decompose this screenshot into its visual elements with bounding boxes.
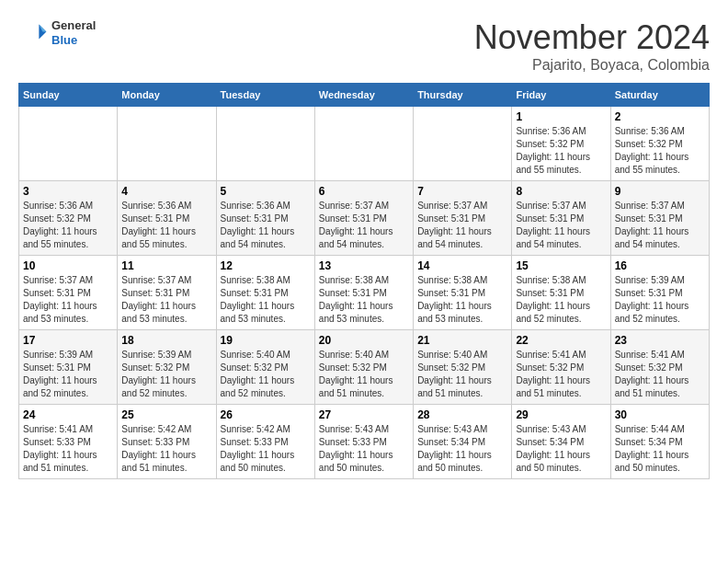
day-info: Sunrise: 5:36 AM Sunset: 5:31 PM Dayligh… [121, 200, 211, 251]
calendar-cell: 23Sunrise: 5:41 AM Sunset: 5:32 PM Dayli… [610, 330, 709, 405]
day-info: Sunrise: 5:37 AM Sunset: 5:31 PM Dayligh… [319, 200, 409, 251]
calendar-cell: 15Sunrise: 5:38 AM Sunset: 5:31 PM Dayli… [512, 256, 610, 330]
day-number: 26 [221, 408, 311, 421]
day-number: 22 [516, 334, 606, 347]
calendar-cell: 3Sunrise: 5:36 AM Sunset: 5:32 PM Daylig… [19, 181, 118, 256]
day-number: 16 [615, 259, 705, 272]
day-number: 17 [23, 334, 113, 347]
day-number: 15 [516, 259, 606, 272]
weekday-header: Monday [118, 84, 216, 107]
calendar-cell: 17Sunrise: 5:39 AM Sunset: 5:31 PM Dayli… [19, 330, 118, 405]
day-info: Sunrise: 5:40 AM Sunset: 5:32 PM Dayligh… [221, 349, 311, 400]
calendar-cell: 1Sunrise: 5:36 AM Sunset: 5:32 PM Daylig… [512, 107, 610, 181]
day-number: 14 [417, 259, 507, 272]
calendar-cell: 26Sunrise: 5:42 AM Sunset: 5:33 PM Dayli… [216, 405, 314, 479]
calendar-cell: 19Sunrise: 5:40 AM Sunset: 5:32 PM Dayli… [216, 330, 314, 405]
day-info: Sunrise: 5:39 AM Sunset: 5:31 PM Dayligh… [615, 274, 705, 326]
calendar-cell: 14Sunrise: 5:38 AM Sunset: 5:31 PM Dayli… [414, 256, 512, 330]
month-title: November 2024 [474, 18, 710, 57]
calendar-week-row: 1Sunrise: 5:36 AM Sunset: 5:32 PM Daylig… [19, 107, 710, 181]
calendar-cell: 28Sunrise: 5:43 AM Sunset: 5:34 PM Dayli… [414, 405, 512, 479]
location: Pajarito, Boyaca, Colombia [474, 57, 710, 74]
calendar-cell: 12Sunrise: 5:38 AM Sunset: 5:31 PM Dayli… [216, 256, 314, 330]
calendar-cell: 24Sunrise: 5:41 AM Sunset: 5:33 PM Dayli… [19, 405, 118, 479]
logo-text: General Blue [51, 18, 96, 47]
logo-icon [18, 18, 48, 48]
day-info: Sunrise: 5:40 AM Sunset: 5:32 PM Dayligh… [417, 349, 507, 400]
day-number: 7 [417, 185, 507, 198]
day-number: 28 [417, 408, 507, 421]
day-info: Sunrise: 5:41 AM Sunset: 5:32 PM Dayligh… [516, 349, 606, 400]
day-number: 5 [221, 185, 311, 198]
calendar-cell: 16Sunrise: 5:39 AM Sunset: 5:31 PM Dayli… [610, 256, 709, 330]
calendar-cell [314, 107, 413, 181]
calendar-header-row: SundayMondayTuesdayWednesdayThursdayFrid… [19, 84, 710, 107]
day-info: Sunrise: 5:44 AM Sunset: 5:34 PM Dayligh… [615, 423, 705, 475]
day-info: Sunrise: 5:41 AM Sunset: 5:33 PM Dayligh… [23, 423, 113, 475]
day-number: 1 [516, 110, 606, 123]
day-info: Sunrise: 5:43 AM Sunset: 5:33 PM Dayligh… [319, 423, 409, 475]
day-info: Sunrise: 5:38 AM Sunset: 5:31 PM Dayligh… [417, 274, 507, 326]
calendar-cell [414, 107, 512, 181]
logo: General Blue [18, 18, 96, 48]
calendar-week-row: 10Sunrise: 5:37 AM Sunset: 5:31 PM Dayli… [19, 256, 710, 330]
day-number: 11 [121, 259, 211, 272]
day-number: 18 [121, 334, 211, 347]
calendar-cell: 6Sunrise: 5:37 AM Sunset: 5:31 PM Daylig… [314, 181, 413, 256]
day-number: 3 [23, 185, 113, 198]
calendar-cell: 10Sunrise: 5:37 AM Sunset: 5:31 PM Dayli… [19, 256, 118, 330]
day-number: 4 [121, 185, 211, 198]
day-info: Sunrise: 5:42 AM Sunset: 5:33 PM Dayligh… [121, 423, 211, 475]
weekday-header: Tuesday [216, 84, 314, 107]
weekday-header: Sunday [19, 84, 118, 107]
calendar-cell: 13Sunrise: 5:38 AM Sunset: 5:31 PM Dayli… [314, 256, 413, 330]
day-number: 30 [615, 408, 705, 421]
calendar-cell [19, 107, 118, 181]
day-number: 9 [615, 185, 705, 198]
day-info: Sunrise: 5:36 AM Sunset: 5:32 PM Dayligh… [23, 200, 113, 251]
calendar-cell: 9Sunrise: 5:37 AM Sunset: 5:31 PM Daylig… [610, 181, 709, 256]
weekday-header: Saturday [610, 84, 709, 107]
day-number: 27 [319, 408, 409, 421]
day-number: 6 [319, 185, 409, 198]
calendar-cell: 22Sunrise: 5:41 AM Sunset: 5:32 PM Dayli… [512, 330, 610, 405]
day-info: Sunrise: 5:40 AM Sunset: 5:32 PM Dayligh… [319, 349, 409, 400]
calendar-week-row: 24Sunrise: 5:41 AM Sunset: 5:33 PM Dayli… [19, 405, 710, 479]
calendar-week-row: 17Sunrise: 5:39 AM Sunset: 5:31 PM Dayli… [19, 330, 710, 405]
day-info: Sunrise: 5:37 AM Sunset: 5:31 PM Dayligh… [23, 274, 113, 326]
day-info: Sunrise: 5:39 AM Sunset: 5:31 PM Dayligh… [23, 349, 113, 400]
day-number: 29 [516, 408, 606, 421]
calendar-week-row: 3Sunrise: 5:36 AM Sunset: 5:32 PM Daylig… [19, 181, 710, 256]
day-info: Sunrise: 5:37 AM Sunset: 5:31 PM Dayligh… [516, 200, 606, 251]
day-info: Sunrise: 5:37 AM Sunset: 5:31 PM Dayligh… [417, 200, 507, 251]
calendar-cell: 25Sunrise: 5:42 AM Sunset: 5:33 PM Dayli… [118, 405, 216, 479]
day-info: Sunrise: 5:36 AM Sunset: 5:31 PM Dayligh… [221, 200, 311, 251]
calendar-cell: 20Sunrise: 5:40 AM Sunset: 5:32 PM Dayli… [314, 330, 413, 405]
day-number: 8 [516, 185, 606, 198]
day-number: 23 [615, 334, 705, 347]
calendar-cell: 4Sunrise: 5:36 AM Sunset: 5:31 PM Daylig… [118, 181, 216, 256]
calendar-cell: 5Sunrise: 5:36 AM Sunset: 5:31 PM Daylig… [216, 181, 314, 256]
logo-general: General [51, 18, 96, 33]
day-info: Sunrise: 5:43 AM Sunset: 5:34 PM Dayligh… [417, 423, 507, 475]
day-number: 2 [615, 110, 705, 123]
day-info: Sunrise: 5:37 AM Sunset: 5:31 PM Dayligh… [121, 274, 211, 326]
day-number: 21 [417, 334, 507, 347]
calendar-cell: 30Sunrise: 5:44 AM Sunset: 5:34 PM Dayli… [610, 405, 709, 479]
day-info: Sunrise: 5:38 AM Sunset: 5:31 PM Dayligh… [221, 274, 311, 326]
calendar-cell: 2Sunrise: 5:36 AM Sunset: 5:32 PM Daylig… [610, 107, 709, 181]
day-info: Sunrise: 5:42 AM Sunset: 5:33 PM Dayligh… [221, 423, 311, 475]
day-info: Sunrise: 5:39 AM Sunset: 5:32 PM Dayligh… [121, 349, 211, 400]
day-info: Sunrise: 5:43 AM Sunset: 5:34 PM Dayligh… [516, 423, 606, 475]
title-block: November 2024 Pajarito, Boyaca, Colombia [474, 18, 710, 74]
weekday-header: Friday [512, 84, 610, 107]
day-number: 20 [319, 334, 409, 347]
calendar-cell: 27Sunrise: 5:43 AM Sunset: 5:33 PM Dayli… [314, 405, 413, 479]
calendar-cell: 7Sunrise: 5:37 AM Sunset: 5:31 PM Daylig… [414, 181, 512, 256]
calendar-cell: 29Sunrise: 5:43 AM Sunset: 5:34 PM Dayli… [512, 405, 610, 479]
day-number: 12 [221, 259, 311, 272]
day-number: 24 [23, 408, 113, 421]
day-number: 13 [319, 259, 409, 272]
day-number: 25 [121, 408, 211, 421]
day-number: 10 [23, 259, 113, 272]
